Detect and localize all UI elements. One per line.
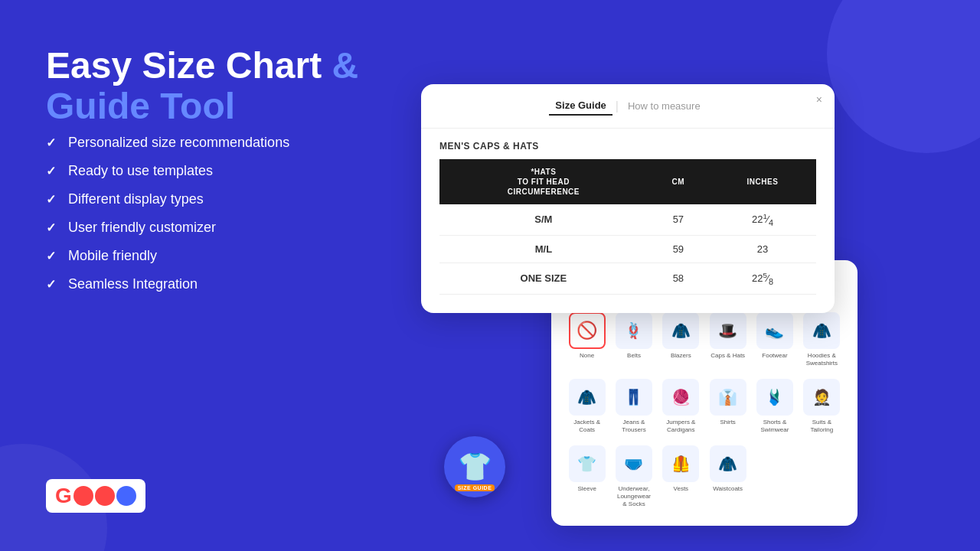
cat-label-belts: Belts bbox=[627, 352, 641, 360]
cat-label-waistcoats: Waistcoats bbox=[713, 485, 743, 493]
category-item-suits[interactable]: 🤵 Suits & Tailoring bbox=[802, 376, 842, 436]
card-header: Size Guide | How to measure × bbox=[421, 84, 835, 129]
cat-icon-jeans: 👖 bbox=[616, 379, 652, 416]
logo-box: G bbox=[46, 479, 145, 513]
logo-o3 bbox=[116, 486, 136, 506]
category-item-caps[interactable]: 🎩 Caps & Hats bbox=[707, 309, 748, 370]
cat-icon-footwear: 👟 bbox=[756, 312, 793, 349]
feature-item-5: ✓ Mobile friendly bbox=[46, 248, 398, 264]
check-icon-3: ✓ bbox=[46, 192, 56, 207]
tab-how-to-measure[interactable]: How to measure bbox=[622, 97, 707, 115]
left-panel: Easy Size Chart & Guide Tool ✓ Personali… bbox=[46, 46, 398, 305]
size-cell-3: ONE SIZE bbox=[439, 262, 648, 294]
feature-label-4: User friendly customizer bbox=[68, 220, 216, 236]
cat-label-suits: Suits & Tailoring bbox=[803, 419, 841, 433]
features-list: ✓ Personalized size recommendations ✓ Re… bbox=[46, 135, 398, 292]
title-line2: Guide Tool bbox=[46, 86, 235, 126]
check-icon-5: ✓ bbox=[46, 249, 56, 263]
category-item-shorts[interactable]: 🩱 Shorts & Swimwear bbox=[754, 376, 795, 436]
cat-icon-none: 🚫 bbox=[569, 312, 606, 349]
section-title: MEN'S CAPS & HATS bbox=[439, 141, 816, 152]
inches-cell-1: 221⁄4 bbox=[709, 204, 816, 235]
cat-icon-sleeve: 👕 bbox=[569, 445, 606, 482]
title-line1: Easy Size Chart & bbox=[46, 45, 358, 86]
check-icon-1: ✓ bbox=[46, 135, 56, 150]
size-table: *HATSTO FIT HEADCIRCUMFERENCE CM INCHES … bbox=[439, 159, 816, 295]
category-item-jeans[interactable]: 👖 Jeans & Trousers bbox=[613, 376, 654, 436]
tab-size-guide[interactable]: Size Guide bbox=[549, 96, 612, 116]
category-item-jackets[interactable]: 🧥 Jackets & Coats bbox=[567, 376, 607, 436]
size-cell-2: M/L bbox=[439, 235, 648, 262]
category-item-underwear[interactable]: 🩲 Underwear, Loungewear & Socks bbox=[613, 442, 654, 510]
cm-cell-1: 57 bbox=[648, 204, 709, 235]
cat-icon-blazers: 🧥 bbox=[662, 312, 699, 349]
close-button[interactable]: × bbox=[816, 93, 822, 106]
check-icon-4: ✓ bbox=[46, 220, 56, 235]
cat-label-underwear: Underwear, Loungewear & Socks bbox=[615, 485, 652, 507]
cat-label-caps: Caps & Hats bbox=[710, 352, 745, 360]
cat-label-blazers: Blazers bbox=[671, 352, 691, 360]
feature-item-3: ✓ Different display types bbox=[46, 191, 398, 207]
categories-grid-row2: 🧥 Jackets & Coats 👖 Jeans & Trousers 🧶 J… bbox=[567, 376, 842, 436]
cat-icon-belts: 🪢 bbox=[616, 312, 652, 349]
category-item-none[interactable]: 🚫 None bbox=[567, 309, 607, 370]
category-item-belts[interactable]: 🪢 Belts bbox=[613, 309, 654, 370]
cat-label-shorts: Shorts & Swimwear bbox=[756, 419, 793, 433]
category-item-vests[interactable]: 🦺 Vests bbox=[661, 442, 701, 510]
right-panel: Size Guide | How to measure × MEN'S CAPS… bbox=[398, 0, 980, 551]
cat-label-sleeve: Sleeve bbox=[577, 485, 596, 493]
cat-icon-shirts: 👔 bbox=[710, 379, 746, 416]
cat-icon-shorts: 🩱 bbox=[756, 379, 793, 416]
category-item-sleeve[interactable]: 👕 Sleeve bbox=[567, 442, 607, 510]
cm-cell-3: 58 bbox=[648, 262, 709, 294]
col-header-inches: INCHES bbox=[709, 159, 816, 204]
category-item-shirts[interactable]: 👔 Shirts bbox=[707, 376, 748, 436]
tshirt-icon: 👕 bbox=[458, 451, 492, 483]
no-icon: 🚫 bbox=[577, 321, 597, 341]
feature-label-5: Mobile friendly bbox=[68, 248, 157, 264]
cat-icon-vests: 🦺 bbox=[662, 445, 699, 482]
cat-icon-underwear: 🩲 bbox=[616, 445, 652, 482]
table-row: M/L 59 23 bbox=[439, 235, 816, 262]
inches-cell-2: 23 bbox=[709, 235, 816, 262]
cat-label-shirts: Shirts bbox=[720, 419, 735, 426]
category-item-jumpers[interactable]: 🧶 Jumpers & Cardigans bbox=[661, 376, 701, 436]
size-cell-1: S/M bbox=[439, 204, 648, 235]
card-body: MEN'S CAPS & HATS *HATSTO FIT HEADCIRCUM… bbox=[421, 129, 835, 313]
table-row: S/M 57 221⁄4 bbox=[439, 204, 816, 235]
feature-item-1: ✓ Personalized size recommendations bbox=[46, 135, 398, 151]
cat-icon-suits: 🤵 bbox=[803, 379, 840, 416]
inches-cell-3: 225⁄8 bbox=[709, 262, 816, 294]
category-item-waistcoats[interactable]: 🧥 Waistcoats bbox=[707, 442, 748, 510]
logo-o1 bbox=[74, 486, 93, 506]
category-item-blazers[interactable]: 🧥 Blazers bbox=[661, 309, 701, 370]
category-item-footwear[interactable]: 👟 Footwear bbox=[754, 309, 795, 370]
cat-label-jeans: Jeans & Trousers bbox=[615, 419, 652, 433]
cat-icon-jackets: 🧥 bbox=[569, 379, 606, 416]
feature-item-4: ✓ User friendly customizer bbox=[46, 220, 398, 236]
table-row: ONE SIZE 58 225⁄8 bbox=[439, 262, 816, 294]
cat-label-none: None bbox=[580, 352, 594, 360]
category-item-hoodies[interactable]: 🧥 Hoodies & Sweatshirts bbox=[802, 309, 842, 370]
feature-label-2: Ready to use templates bbox=[68, 163, 213, 179]
cat-label-jumpers: Jumpers & Cardigans bbox=[662, 419, 700, 433]
page-title: Easy Size Chart & Guide Tool bbox=[46, 46, 398, 127]
cm-cell-2: 59 bbox=[648, 235, 709, 262]
logo-g: G bbox=[55, 484, 72, 508]
tshirt-float-button[interactable]: 👕 SIZE GUIDE bbox=[444, 436, 505, 497]
col-header-size: *HATSTO FIT HEADCIRCUMFERENCE bbox=[439, 159, 648, 204]
cat-icon-jumpers: 🧶 bbox=[662, 379, 699, 416]
col-header-cm: CM bbox=[648, 159, 709, 204]
check-icon-6: ✓ bbox=[46, 277, 56, 292]
cat-icon-waistcoats: 🧥 bbox=[710, 445, 746, 482]
cat-label-vests: Vests bbox=[674, 485, 689, 493]
cat-icon-caps: 🎩 bbox=[710, 312, 746, 349]
categories-grid-row1: 🚫 None 🪢 Belts 🧥 Blazers 🎩 Caps & Hats 👟… bbox=[567, 309, 842, 370]
feature-label-6: Seamless Integration bbox=[68, 276, 198, 292]
table-header-row: *HATSTO FIT HEADCIRCUMFERENCE CM INCHES bbox=[439, 159, 816, 204]
tab-separator: | bbox=[616, 99, 619, 113]
cat-icon-hoodies: 🧥 bbox=[803, 312, 840, 349]
logo-o2 bbox=[95, 486, 115, 506]
feature-item-6: ✓ Seamless Integration bbox=[46, 276, 398, 292]
feature-label-3: Different display types bbox=[68, 191, 204, 207]
